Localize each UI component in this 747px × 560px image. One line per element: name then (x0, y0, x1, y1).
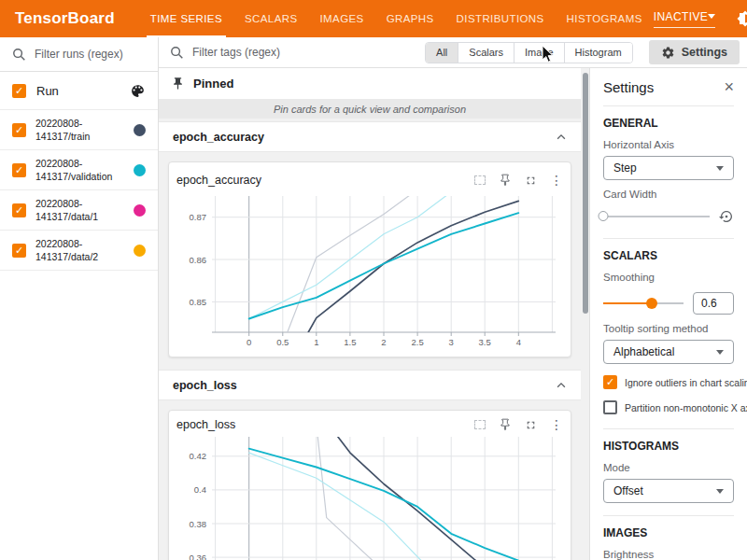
dark-mode-toggle-button[interactable] (737, 9, 747, 28)
chevron-down-icon (708, 14, 715, 19)
run-color-dot[interactable] (134, 245, 146, 257)
fullscreen-icon (525, 419, 537, 431)
restore-icon (719, 209, 734, 224)
chevron-down-icon (716, 489, 724, 494)
run-label: 20220808-141317/data/2 (35, 237, 124, 263)
epoch-accuracy-chart[interactable]: 0.850.860.8700.511.522.533.54 (176, 192, 565, 351)
search-icon (12, 48, 26, 62)
tag-type-filter-group: All Scalars Image Histogram (425, 42, 633, 63)
run-row-data-1[interactable]: 20220808-141317/data/1 (0, 190, 158, 231)
filter-runs-input[interactable]: Filter runs (regex) (0, 37, 158, 72)
tags-toolbar: Filter tags (regex) All Scalars Image Hi… (159, 37, 747, 68)
svg-text:0.5: 0.5 (276, 337, 289, 347)
svg-text:1.5: 1.5 (344, 337, 356, 347)
ignore-outliers-checkbox[interactable] (603, 375, 617, 389)
horizontal-axis-label: Horizontal Axis (603, 139, 734, 150)
select-all-runs-checkbox[interactable] (12, 84, 26, 98)
run-color-dot[interactable] (134, 204, 146, 217)
section-epoch-accuracy[interactable]: epoch_accuracy (159, 121, 581, 152)
tab-images[interactable]: IMAGES (308, 0, 374, 37)
fullscreen-icon (525, 175, 537, 187)
run-row-train[interactable]: 20220808-141317/train (0, 110, 158, 150)
run-color-dot[interactable] (134, 124, 146, 136)
histogram-mode-value: Offset (613, 484, 643, 497)
tooltip-sorting-value: Alphabetical (613, 345, 674, 358)
search-icon (170, 46, 184, 60)
partition-x-axis-checkbox[interactable] (603, 400, 617, 414)
palette-icon (130, 83, 146, 99)
reset-card-width-button[interactable] (719, 209, 734, 224)
svg-text:0.4: 0.4 (194, 484, 206, 495)
horizontal-axis-select[interactable]: Step (603, 156, 734, 180)
epoch-loss-chart[interactable]: 0.420.40.380.3600.511.522.533.54 (176, 435, 565, 560)
section-title: epoch_loss (173, 379, 237, 392)
svg-text:0: 0 (247, 337, 251, 347)
runs-sidebar: Filter runs (regex) Run 20220808-141317/… (0, 37, 159, 560)
settings-section-histograms: HISTOGRAMS Mode Offset (603, 428, 734, 515)
run-row-validation[interactable]: 20220808-141317/validation (0, 150, 158, 190)
svg-text:4: 4 (516, 337, 521, 347)
filter-button-image[interactable]: Image (514, 43, 564, 63)
filter-runs-placeholder: Filter runs (regex) (35, 48, 123, 61)
tab-histograms[interactable]: HISTOGRAMS (556, 0, 654, 37)
chevron-up-icon[interactable] (556, 380, 567, 391)
card-menu-button[interactable]: ⋮ (550, 174, 563, 187)
settings-section-scalars: SCALARS Smoothing 0.6 Tooltip sorting me… (603, 238, 734, 428)
card-width-slider[interactable] (603, 210, 710, 223)
tab-scalars[interactable]: SCALARS (233, 0, 309, 37)
section-heading: IMAGES (603, 526, 734, 539)
pin-icon (499, 174, 512, 187)
tab-distributions[interactable]: DISTRIBUTIONS (445, 0, 556, 37)
open-settings-button[interactable]: Settings (649, 40, 740, 64)
brightness-icon (737, 10, 747, 27)
tab-graphs[interactable]: GRAPHS (375, 0, 445, 37)
pin-card-button[interactable] (499, 174, 512, 187)
main-scrollbar[interactable] (581, 68, 589, 560)
fullscreen-button[interactable] (525, 175, 537, 187)
run-color-dot[interactable] (134, 164, 146, 176)
run-checkbox[interactable] (12, 244, 26, 258)
fit-domain-icon[interactable] (474, 420, 486, 429)
pinned-section-header: Pinned (159, 68, 581, 99)
card-width-label: Card Width (603, 189, 734, 200)
svg-text:2.5: 2.5 (411, 337, 423, 347)
settings-section-general: GENERAL Horizontal Axis Step Card Width (603, 105, 734, 238)
svg-text:3: 3 (449, 337, 454, 347)
filter-tags-input[interactable]: Filter tags (regex) (192, 46, 416, 59)
run-checkbox[interactable] (12, 203, 26, 217)
run-status-dropdown[interactable]: INACTIVE (654, 10, 716, 28)
section-epoch-loss[interactable]: epoch_loss (159, 370, 581, 400)
chevron-up-icon[interactable] (556, 132, 567, 143)
histogram-mode-select[interactable]: Offset (603, 479, 734, 503)
fullscreen-button[interactable] (525, 419, 537, 431)
run-checkbox[interactable] (12, 123, 26, 137)
close-icon[interactable]: × (724, 77, 734, 97)
run-checkbox[interactable] (12, 163, 26, 177)
tooltip-sorting-select[interactable]: Alphabetical (603, 340, 734, 364)
pinned-title: Pinned (193, 77, 233, 91)
tab-time-series[interactable]: TIME SERIES (139, 0, 233, 37)
pin-card-button[interactable] (499, 418, 512, 431)
settings-section-images: IMAGES Brightness Contrast (603, 515, 734, 560)
run-list-header: Run (0, 72, 158, 110)
smoothing-label: Smoothing (603, 272, 734, 283)
settings-panel-title: Settings (603, 79, 654, 95)
tensorboard-app: TensorBoard TIME SERIES SCALARS IMAGES G… (0, 0, 747, 560)
run-label: 20220808-141317/validation (35, 157, 124, 183)
run-row-data-2[interactable]: 20220808-141317/data/2 (0, 231, 158, 271)
smoothing-slider[interactable] (603, 297, 684, 310)
section-title: epoch_accuracy (173, 131, 264, 144)
run-column-label: Run (36, 84, 59, 98)
app-logo: TensorBoard (15, 9, 115, 28)
run-color-palette-button[interactable] (130, 83, 146, 99)
filter-button-scalars[interactable]: Scalars (458, 43, 514, 63)
scrollbar-thumb[interactable] (583, 73, 588, 314)
filter-button-histogram[interactable]: Histogram (564, 43, 632, 63)
section-heading: GENERAL (603, 117, 734, 130)
card-menu-button[interactable]: ⋮ (550, 418, 563, 431)
fit-domain-icon[interactable] (474, 175, 486, 185)
smoothing-value-input[interactable]: 0.6 (693, 292, 734, 315)
top-app-bar: TensorBoard TIME SERIES SCALARS IMAGES G… (0, 0, 747, 37)
chevron-down-icon (716, 166, 724, 171)
filter-button-all[interactable]: All (426, 43, 458, 63)
